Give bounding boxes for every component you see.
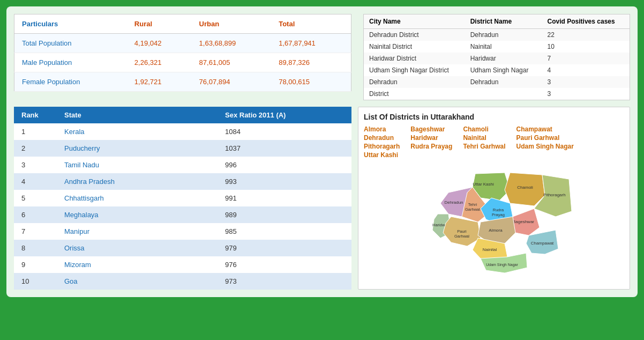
population-table: Particulars Rural Urban Total Total Popu… [14,14,351,92]
covid-col-cases: Covid Positives cases [542,14,630,29]
svg-text:Chamoli: Chamoli [517,185,533,190]
districts-section: List Of Districts in Uttarakhand AlmoraD… [358,107,630,290]
district-link[interactable]: Chamoli [463,125,505,133]
district-link[interactable]: Pauri Garhwal [516,134,574,142]
rank-ratio: 979 [218,240,351,256]
col-urban: Urban [192,14,272,34]
district-col: ChamoliNainitalTehri Garhwal [463,125,505,159]
svg-text:Almora: Almora [489,228,503,233]
covid-col-city: City Name [364,14,465,29]
rank-state: Andhra Pradesh [57,173,218,190]
rank-ratio: 985 [218,223,351,240]
rank-row: 8 Orissa 979 [14,240,351,256]
rank-row: 5 Chhattisgarh 991 [14,190,351,206]
col-total: Total [271,14,351,34]
rank-row: 9 Mizoram 976 [14,256,351,273]
covid-district [465,88,542,100]
rank-num: 3 [14,157,57,173]
rank-num: 2 [14,140,57,157]
covid-district: Udham Singh Nagar [465,64,542,76]
rank-num: 5 [14,190,57,206]
svg-text:Udam Singh Nagar: Udam Singh Nagar [486,263,518,267]
district-link[interactable]: Tehri Garhwal [463,143,505,150]
district-link[interactable]: Champawat [516,125,574,133]
rank-num: 9 [14,256,57,273]
rank-state: Puducherry [57,140,218,157]
svg-text:Bageshwar: Bageshwar [513,219,534,224]
district-link[interactable]: Haridwar [410,134,452,142]
rank-state: Meghalaya [57,206,218,223]
covid-district: Haridwar [465,53,542,64]
rank-row: 2 Puducherry 1037 [14,140,351,157]
covid-cases: 22 [542,29,630,41]
uttarakhand-map: Uttar Kashi Chamoli Pithoragarh Tehri Ga… [398,163,590,281]
pop-label: Male Population [14,53,127,72]
covid-table: City Name District Name Covid Positives … [363,14,630,100]
rank-state: Tamil Nadu [57,157,218,173]
rank-ratio: 993 [218,173,351,190]
district-link[interactable]: Dehradun [364,134,400,142]
covid-city: Dehradun [364,76,465,88]
pop-label: Total Population [14,34,127,53]
covid-cases: 3 [542,76,630,88]
covid-district: Nainital [465,41,542,53]
svg-text:Garhwal: Garhwal [454,234,469,239]
covid-city: Haridwar District [364,53,465,64]
covid-district: Dehradun [465,76,542,88]
svg-text:Garhwal: Garhwal [465,207,480,212]
district-link[interactable]: Almora [364,125,400,133]
district-link[interactable]: Pithoragarh [364,143,400,150]
rank-num: 1 [14,123,57,140]
pop-urban: 76,07,894 [192,72,272,92]
rank-num: 7 [14,223,57,240]
pop-rural: 2,26,321 [127,53,192,72]
district-link[interactable]: Rudra Prayag [410,143,452,150]
pop-total: 89,87,326 [271,53,351,72]
rank-row: 3 Tamil Nadu 996 [14,157,351,173]
rank-ratio: 976 [218,256,351,273]
covid-city: Dehradun District [364,29,465,41]
svg-text:Pauri: Pauri [457,229,467,234]
rank-num: 4 [14,173,57,190]
svg-text:Uttar Kashi: Uttar Kashi [473,182,494,187]
svg-text:Champawat: Champawat [531,241,554,246]
svg-text:Nainital: Nainital [483,247,497,252]
rank-table: Rank State Sex Ratio 2011 (A) 1 Kerala 1… [14,107,351,290]
district-link[interactable]: Uttar Kashi [364,151,400,159]
pop-label: Female Population [14,72,127,92]
covid-row: Haridwar District Haridwar 7 [364,53,630,64]
district-link[interactable]: Nainital [463,134,505,142]
covid-row: Dehradun District Dehradun 22 [364,29,630,41]
svg-text:Tehri: Tehri [468,202,477,207]
covid-row: District 3 [364,88,630,100]
covid-row: Dehradun Dehradun 3 [364,76,630,88]
rank-state: Orissa [57,240,218,256]
rank-row: 7 Manipur 985 [14,223,351,240]
district-col: BageshwarHaridwarRudra Prayag [410,125,452,159]
rank-col-state: State [57,107,218,123]
rank-ratio: 989 [218,206,351,223]
population-row: Female Population 1,92,721 76,07,894 78,… [14,72,351,92]
covid-section: City Name District Name Covid Positives … [358,14,630,100]
svg-text:Prayag: Prayag [492,212,505,217]
covid-row: Udham Singh Nagar District Udham Singh N… [364,64,630,76]
covid-cases: 10 [542,41,630,53]
district-link[interactable]: Bageshwar [410,125,452,133]
district-link[interactable]: Udam Singh Nagar [516,143,574,150]
covid-district: Dehradun [465,29,542,41]
rank-ratio: 996 [218,157,351,173]
population-row: Total Population 4,19,042 1,63,68,899 1,… [14,34,351,53]
col-particulars: Particulars [14,14,127,34]
rank-row: 6 Meghalaya 989 [14,206,351,223]
rank-col-ratio: Sex Ratio 2011 (A) [218,107,351,123]
districts-list: AlmoraDehradunPithoragarhUttar KashiBage… [364,125,624,159]
district-col: AlmoraDehradunPithoragarhUttar Kashi [364,125,400,159]
pop-urban: 1,63,68,899 [192,34,272,53]
map-container: Uttar Kashi Chamoli Pithoragarh Tehri Ga… [364,163,624,281]
district-col: ChampawatPauri GarhwalUdam Singh Nagar [516,125,574,159]
population-row: Male Population 2,26,321 87,61,005 89,87… [14,53,351,72]
covid-city: Nainital District [364,41,465,53]
rank-state: Goa [57,273,218,290]
pop-urban: 87,61,005 [192,53,272,72]
covid-cases: 4 [542,64,630,76]
